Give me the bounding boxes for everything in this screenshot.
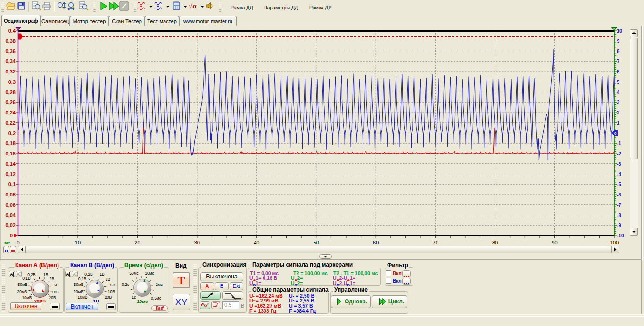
svg-text:1: 1: [17, 27, 19, 31]
svg-text:2: 2: [613, 27, 616, 31]
svg-text:0: 0: [614, 131, 617, 136]
